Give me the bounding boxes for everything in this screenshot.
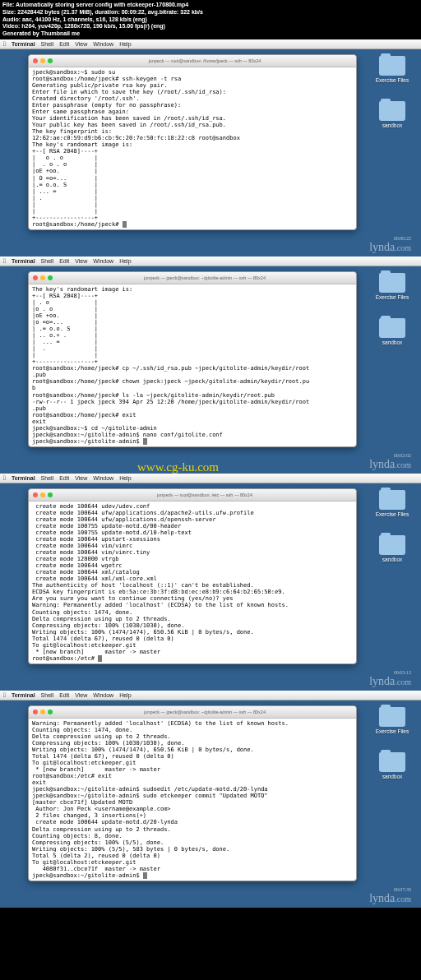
folder-label: Exercise Files (375, 728, 409, 734)
folder-label: sandbox (375, 774, 409, 779)
zoom-icon[interactable] (48, 710, 53, 714)
menu-shell[interactable]: Shell (41, 258, 54, 264)
cursor-icon (98, 655, 102, 662)
close-icon[interactable] (33, 710, 38, 714)
desktop-2:  Terminal Shell Edit View Window Help E… (0, 257, 421, 474)
menu-edit[interactable]: Edit (59, 41, 69, 47)
folder-icon (379, 535, 405, 555)
zoom-icon[interactable] (48, 275, 53, 280)
menu-app[interactable]: Terminal (12, 258, 35, 264)
menu-window[interactable]: Window (93, 258, 113, 264)
folder-label: sandbox (375, 557, 409, 562)
titlebar[interactable]: jonpeck — root@sandbox: /etc — ssh — 80x… (29, 489, 356, 502)
desktop-1:  Terminal Shell Edit View Window Help E… (0, 39, 421, 257)
menu-window[interactable]: Window (93, 41, 113, 47)
folder-exercise[interactable]: Exercise Files (375, 490, 409, 517)
folder-icon (379, 101, 405, 121)
titlebar[interactable]: jonpeck — root@sandbox: /home/jpeck — ss… (29, 55, 356, 67)
close-icon[interactable] (33, 275, 38, 280)
cursor-icon (143, 872, 147, 879)
menu-window[interactable]: Window (93, 475, 113, 481)
terminal-output[interactable]: Warning: Permanently added 'localhost' (… (29, 719, 356, 881)
folder-label: Exercise Files (375, 77, 409, 83)
folder-icon (379, 752, 405, 772)
folder-icon (379, 273, 405, 293)
window-title: jonpeck — jpeck@sandbox: ~/gitolite-admi… (58, 275, 352, 280)
folder-sandbox[interactable]: sandbox (375, 318, 409, 345)
menubar[interactable]:  Terminal Shell Edit View Window Help (0, 257, 421, 266)
menu-app[interactable]: Terminal (12, 475, 35, 481)
terminal-output[interactable]: The key's randomart image is: +--[ RSA 2… (29, 284, 356, 446)
meta-file: File: Automatically storing server confi… (2, 2, 419, 9)
menubar[interactable]:  Terminal Shell Edit View Window Help (0, 691, 421, 700)
lynda-watermark: 00:02:02lynda.com (369, 453, 411, 471)
terminal-output[interactable]: create mode 100644 udev/udev.conf create… (29, 502, 356, 663)
minimize-icon[interactable] (40, 58, 45, 63)
zoom-icon[interactable] (48, 492, 53, 497)
close-icon[interactable] (33, 58, 38, 63)
folder-label: Exercise Files (375, 511, 409, 517)
folder-label: sandbox (375, 122, 409, 128)
folder-label: sandbox (375, 340, 409, 345)
menu-help[interactable]: Help (119, 258, 131, 264)
menu-help[interactable]: Help (119, 41, 131, 47)
site-watermark: www.cg-ku.com (137, 460, 219, 474)
folder-sandbox[interactable]: sandbox (375, 101, 409, 128)
cursor-icon (123, 221, 127, 228)
menu-edit[interactable]: Edit (59, 258, 69, 264)
folder-icon (379, 318, 405, 338)
menu-edit[interactable]: Edit (59, 475, 69, 481)
terminal-window-4[interactable]: jonpeck — jpeck@sandbox: ~/gitolite-admi… (28, 705, 357, 881)
lynda-watermark: 00:03:13lynda.com (369, 670, 411, 688)
cursor-icon (143, 438, 147, 445)
folder-exercise[interactable]: Exercise Files (375, 56, 409, 83)
minimize-icon[interactable] (40, 492, 45, 497)
menu-view[interactable]: View (75, 41, 87, 47)
menu-app[interactable]: Terminal (12, 692, 35, 698)
apple-icon[interactable]:  (3, 691, 6, 699)
titlebar[interactable]: jonpeck — jpeck@sandbox: ~/gitolite-admi… (29, 272, 356, 284)
folder-sandbox[interactable]: sandbox (375, 752, 409, 779)
zoom-icon[interactable] (48, 58, 53, 63)
lynda-watermark: 00:07:35lynda.com (369, 887, 411, 905)
menu-shell[interactable]: Shell (41, 692, 54, 698)
folder-label: Exercise Files (375, 294, 409, 300)
folder-sandbox[interactable]: sandbox (375, 535, 409, 562)
menu-view[interactable]: View (75, 692, 87, 698)
folder-icon (379, 707, 405, 727)
window-title: jonpeck — root@sandbox: /home/jpeck — ss… (58, 58, 352, 63)
menu-shell[interactable]: Shell (41, 41, 54, 47)
meta-generated: Generated by Thumbnail me (2, 30, 419, 38)
menu-shell[interactable]: Shell (41, 475, 54, 481)
meta-video: Video: h264, yuv420p, 1280x720, 190 kb/s… (2, 23, 419, 30)
folder-icon (379, 490, 405, 510)
folder-exercise[interactable]: Exercise Files (375, 707, 409, 734)
close-icon[interactable] (33, 492, 38, 497)
terminal-window-3[interactable]: jonpeck — root@sandbox: /etc — ssh — 80x… (28, 488, 357, 664)
menu-window[interactable]: Window (93, 692, 113, 698)
terminal-window-1[interactable]: jonpeck — root@sandbox: /home/jpeck — ss… (28, 54, 357, 230)
apple-icon[interactable]:  (3, 474, 6, 482)
minimize-icon[interactable] (40, 710, 45, 714)
apple-icon[interactable]:  (3, 257, 6, 265)
menu-app[interactable]: Terminal (12, 41, 35, 47)
menu-help[interactable]: Help (119, 475, 131, 481)
meta-size: Size: 22428442 bytes (21.37 MiB), durati… (2, 9, 419, 16)
menubar[interactable]:  Terminal Shell Edit View Window Help (0, 39, 421, 49)
menu-help[interactable]: Help (119, 692, 131, 698)
folder-exercise[interactable]: Exercise Files (375, 273, 409, 300)
lynda-watermark: 00:00:22lynda.com (369, 236, 411, 254)
menubar[interactable]:  Terminal Shell Edit View Window Help (0, 474, 421, 483)
menu-view[interactable]: View (75, 258, 87, 264)
desktop-4:  Terminal Shell Edit View Window Help E… (0, 691, 421, 908)
titlebar[interactable]: jonpeck — jpeck@sandbox: ~/gitolite-admi… (29, 706, 356, 719)
minimize-icon[interactable] (40, 275, 45, 280)
folder-icon (379, 56, 405, 76)
terminal-output[interactable]: jpeck@sandbox:~$ sudo su root@sandbox:/h… (29, 67, 356, 229)
terminal-window-2[interactable]: jonpeck — jpeck@sandbox: ~/gitolite-admi… (28, 271, 357, 447)
menu-edit[interactable]: Edit (59, 692, 69, 698)
menu-view[interactable]: View (75, 475, 87, 481)
apple-icon[interactable]:  (3, 40, 6, 48)
window-title: jonpeck — jpeck@sandbox: ~/gitolite-admi… (58, 710, 352, 714)
window-title: jonpeck — root@sandbox: /etc — ssh — 80x… (58, 492, 352, 497)
